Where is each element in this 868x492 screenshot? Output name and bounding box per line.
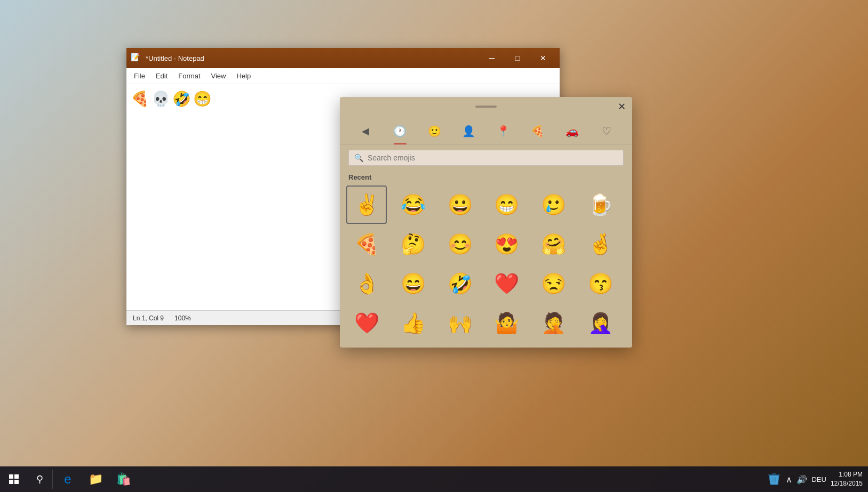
emoji-nav: ◀ 🕐 🙂 👤 📍 🍕 🚗 ♡ — [340, 116, 632, 144]
list-item[interactable]: 🤦 — [533, 304, 574, 342]
taskbar-app-store[interactable]: 🛍️ — [109, 466, 137, 492]
list-item[interactable]: 😄 — [393, 264, 434, 303]
volume-icon[interactable]: 🔊 — [797, 474, 807, 485]
svg-rect-0 — [9, 474, 13, 479]
edge-icon: e — [64, 472, 71, 487]
list-item[interactable]: 😁 — [487, 185, 527, 224]
emoji-grid: ✌️ 😂 😀 😁 🥲 🍺 🍕 🤔 😊 😍 🤗 🤞 👌 😄 🤣 ❤️ 😒 😙 ❤️… — [340, 185, 632, 342]
list-item[interactable]: 😊 — [440, 225, 480, 263]
language-indicator[interactable]: DEU — [811, 475, 826, 483]
emoji-category-people[interactable]: 👤 — [458, 120, 480, 142]
list-item[interactable]: 🤦‍♀️ — [580, 304, 620, 342]
emoji-panel-header: ✕ — [340, 97, 632, 116]
taskbar-tray: ∧ 🔊 DEU 1:08 PM 12/18/2015 — [767, 470, 868, 488]
list-item[interactable]: 🤔 — [393, 225, 434, 263]
notepad-text: 🍕💀🤣😁 — [131, 91, 214, 107]
svg-rect-1 — [14, 474, 19, 479]
list-item[interactable]: 😂 — [393, 185, 434, 224]
list-item[interactable]: 👍 — [393, 304, 434, 342]
clock-time: 1:08 PM — [831, 470, 863, 479]
list-item[interactable]: 😙 — [580, 264, 620, 303]
folder-icon: 📁 — [89, 472, 103, 486]
menu-view[interactable]: View — [206, 70, 232, 82]
emoji-category-food[interactable]: 🍕 — [527, 120, 548, 142]
list-item[interactable]: 🤷 — [487, 304, 527, 342]
taskbar-search-button[interactable]: ⚲ — [28, 466, 51, 492]
taskbar-divider — [52, 470, 53, 489]
emoji-category-nature[interactable]: 📍 — [492, 120, 514, 142]
taskbar-app-explorer[interactable]: 📁 — [82, 466, 109, 492]
emoji-back-button[interactable]: ◀ — [355, 120, 376, 142]
list-item[interactable]: 😒 — [533, 264, 574, 303]
chevron-up-icon[interactable]: ∧ — [786, 474, 792, 485]
svg-rect-3 — [14, 480, 19, 484]
taskbar-app-edge[interactable]: e — [54, 466, 82, 492]
search-icon: 🔍 — [354, 154, 363, 162]
list-item[interactable]: 🍕 — [346, 225, 387, 263]
taskbar-clock[interactable]: 1:08 PM 12/18/2015 — [831, 470, 863, 488]
notepad-app-icon: 📝 — [131, 53, 141, 63]
list-item[interactable]: 👌 — [346, 264, 387, 303]
list-item[interactable]: ❤️ — [346, 304, 387, 342]
cursor-position: Ln 1, Col 9 — [133, 314, 164, 322]
desktop: 📝 *Untitled - Notepad ─ □ ✕ File Edit Fo… — [0, 0, 868, 492]
notepad-title: *Untitled - Notepad — [146, 54, 480, 62]
notepad-menubar: File Edit Format View Help — [126, 68, 560, 84]
maximize-button[interactable]: □ — [505, 50, 530, 67]
list-item[interactable]: 🍺 — [580, 185, 620, 224]
list-item[interactable]: ❤️ — [487, 264, 527, 303]
emoji-search-box[interactable]: 🔍 — [348, 150, 624, 166]
close-button[interactable]: ✕ — [531, 50, 555, 67]
start-button[interactable] — [0, 466, 28, 492]
windows-icon — [9, 474, 19, 485]
drag-handle[interactable] — [475, 106, 497, 108]
list-item[interactable]: 🤣 — [440, 264, 480, 303]
menu-file[interactable]: File — [129, 70, 150, 82]
list-item[interactable]: 🤗 — [533, 225, 574, 263]
list-item[interactable]: 🙌 — [440, 304, 480, 342]
emoji-search-input[interactable] — [368, 154, 618, 162]
recycle-bin-icon — [767, 472, 782, 487]
search-icon: ⚲ — [36, 473, 43, 485]
emoji-category-hearts[interactable]: ♡ — [596, 120, 617, 142]
emoji-category-travel[interactable]: 🚗 — [561, 120, 583, 142]
list-item[interactable]: 😀 — [440, 185, 480, 224]
menu-edit[interactable]: Edit — [150, 70, 173, 82]
list-item[interactable]: ✌️ — [346, 185, 387, 224]
zoom-level: 100% — [174, 314, 191, 322]
menu-help[interactable]: Help — [231, 70, 256, 82]
list-item[interactable]: 🥲 — [533, 185, 574, 224]
emoji-category-recent[interactable]: 🕐 — [389, 120, 411, 142]
emoji-category-smileys[interactable]: 🙂 — [424, 120, 445, 142]
list-item[interactable]: 🤞 — [580, 225, 620, 263]
menu-format[interactable]: Format — [173, 70, 205, 82]
notepad-controls: ─ □ ✕ — [480, 50, 555, 67]
minimize-button[interactable]: ─ — [480, 50, 504, 67]
emoji-close-button[interactable]: ✕ — [618, 102, 626, 111]
emoji-section-title: Recent — [340, 171, 632, 185]
taskbar: ⚲ e 📁 🛍️ ∧ 🔊 DEU 1:08 PM 12/18/2015 — [0, 466, 868, 492]
clock-date: 12/18/2015 — [831, 479, 863, 488]
notepad-titlebar: 📝 *Untitled - Notepad ─ □ ✕ — [126, 48, 560, 68]
emoji-panel: ✕ ◀ 🕐 🙂 👤 📍 🍕 🚗 ♡ 🔍 Recent ✌️ 😂 😀 😁 🥲 🍺 … — [340, 97, 632, 348]
svg-rect-2 — [9, 480, 13, 484]
store-icon: 🛍️ — [116, 472, 131, 486]
list-item[interactable]: 😍 — [487, 225, 527, 263]
